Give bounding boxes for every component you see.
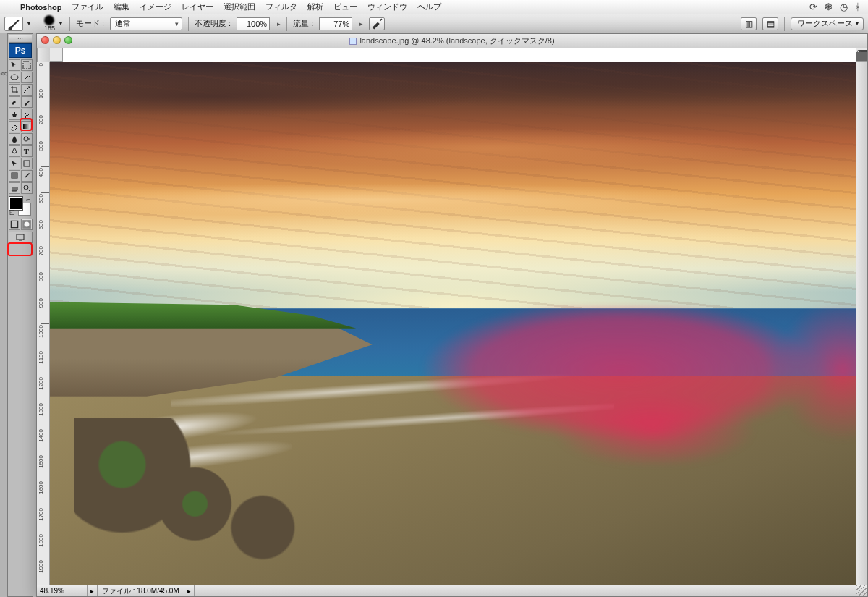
menu-view[interactable]: ビュー [333,1,357,12]
pen-tool[interactable] [9,145,20,157]
close-button[interactable] [41,36,49,44]
panel-icon: ▤ [767,19,775,29]
menu-help[interactable]: ヘルプ [417,1,441,12]
menu-image[interactable]: イメージ [140,1,171,12]
chevron-right-icon[interactable]: ▸ [359,20,363,27]
ruler-origin[interactable] [50,48,63,62]
flow-input[interactable]: 77% [319,17,352,30]
brush-size-value: 185 [44,25,55,32]
svg-rect-3 [24,161,30,166]
default-colors-icon[interactable]: ◱ [9,209,15,216]
standard-mode-button[interactable] [9,219,20,230]
healing-brush-tool[interactable] [9,96,20,108]
svg-point-2 [24,137,28,141]
menu-select[interactable]: 選択範囲 [224,1,255,12]
color-swatches[interactable]: ⤺ ◱ [9,197,31,216]
brush-tool[interactable] [21,96,33,108]
svg-rect-6 [11,221,17,227]
horizontal-ruler[interactable]: 0100200300400500600700800900100011001200… [856,48,867,62]
crop-tool[interactable] [9,84,20,96]
tools-palette: ⋯ Ps T ⤺ [7,33,33,597]
status-file-info[interactable]: ファイル : 18.0M/45.0M [98,585,184,596]
lasso-tool[interactable] [9,72,20,83]
expand-icon[interactable]: ≪ [0,69,7,77]
menu-filter[interactable]: フィルタ [265,1,297,12]
menu-window[interactable]: ウィンドウ [367,1,407,12]
move-tool[interactable] [9,59,20,71]
document-window: landscape.jpg @ 48.2% (landscape, クイックマス… [36,33,868,597]
svg-point-5 [24,185,28,190]
brush-dot-icon [44,15,54,25]
chevron-down-icon[interactable]: ▼ [26,20,32,27]
status-zoom[interactable]: 48.19% [37,585,88,596]
workspace-dropdown[interactable]: ワークスペース [791,17,864,30]
zoom-button[interactable] [64,36,72,44]
svg-rect-1 [23,124,30,129]
airbrush-icon [370,17,384,31]
panel-icon: ▥ [745,19,753,29]
ps-logo: Ps [9,43,32,58]
blur-tool[interactable] [9,133,20,145]
canvas[interactable] [50,62,856,585]
blend-mode-value: 通常 [115,18,131,29]
shape-tool[interactable] [21,158,33,169]
zoom-tool[interactable] [21,182,33,194]
dodge-tool[interactable] [21,133,33,145]
status-popup-icon[interactable]: ▸ [88,585,98,596]
tools-grip[interactable]: ⋯ [9,35,32,43]
horizontal-scrollbar[interactable] [195,585,856,596]
hand-tool[interactable] [9,182,20,194]
clone-stamp-tool[interactable] [9,109,20,120]
document-proxy-icon[interactable] [349,38,357,45]
minimize-button[interactable] [53,36,61,44]
svg-rect-9 [17,234,24,240]
quick-mask-overlay [388,308,856,465]
menu-file[interactable]: ファイル [72,1,103,12]
chevron-down-icon[interactable]: ▼ [58,20,64,27]
menubar-status-icons: ⟳ ❃ ◷ ᚼ [809,1,861,12]
resize-grip[interactable] [856,585,867,596]
brush-icon [5,15,22,33]
flow-label: 流量 : [293,18,313,29]
tool-preset-picker[interactable] [4,17,23,31]
panel-toggle-1[interactable]: ▥ [741,17,757,30]
magic-wand-tool[interactable] [21,72,33,83]
app-name[interactable]: Photoshop [20,3,61,12]
quick-mask-mode-button[interactable] [21,219,33,230]
slice-tool[interactable] [21,84,33,96]
vertical-ruler[interactable]: 0100200300400500600700800900100011001200… [37,62,50,585]
window-titlebar[interactable]: landscape.jpg @ 48.2% (landscape, クイックマス… [37,34,867,48]
sync-icon[interactable]: ⟳ [809,1,817,12]
opacity-label: 不透明度 : [195,18,231,29]
panel-dock[interactable]: ≪ [0,33,7,597]
cloud-icon[interactable]: ❃ [825,1,833,12]
type-tool[interactable]: T [21,145,33,157]
swap-colors-icon[interactable]: ⤺ [26,197,31,203]
opacity-input[interactable]: 100% [237,17,270,30]
panel-toggle-2[interactable]: ▤ [762,17,778,30]
blend-mode-dropdown[interactable]: 通常 [110,17,182,30]
status-menu-icon[interactable]: ▸ [184,585,195,596]
screen-mode-button[interactable] [9,232,33,243]
menu-edit[interactable]: 編集 [114,1,129,12]
menu-layer[interactable]: レイヤー [182,1,213,12]
brush-preset-picker[interactable]: 185 [44,15,55,32]
marquee-tool[interactable] [21,59,33,71]
document-title: landscape.jpg @ 48.2% (landscape, クイックマス… [359,35,554,46]
menu-analysis[interactable]: 解析 [307,1,323,12]
gradient-tool[interactable] [21,121,33,132]
history-brush-tool[interactable] [21,109,33,120]
svg-rect-0 [23,62,30,69]
airbrush-toggle[interactable] [369,17,385,30]
mac-menubar: Photoshop ファイル 編集 イメージ レイヤー 選択範囲 フィルタ 解析… [0,0,868,14]
eraser-tool[interactable] [9,121,20,132]
eyedropper-tool[interactable] [21,170,33,182]
clock-icon[interactable]: ◷ [840,1,848,12]
foreground-color-swatch[interactable] [9,197,22,210]
chevron-right-icon[interactable]: ▸ [277,20,281,27]
svg-point-8 [24,222,29,227]
vertical-scrollbar[interactable] [856,62,867,585]
path-selection-tool[interactable] [9,158,20,169]
bluetooth-icon[interactable]: ᚼ [855,1,861,12]
notes-tool[interactable] [9,170,20,182]
